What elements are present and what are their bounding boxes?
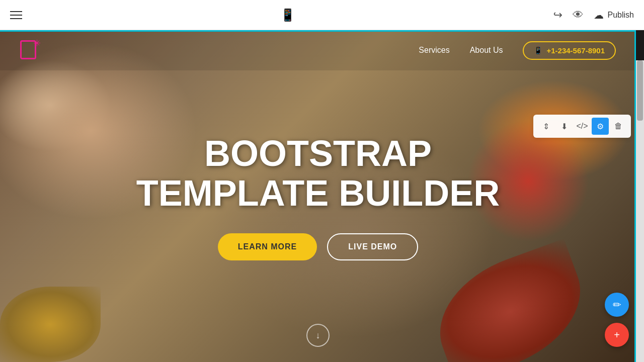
hero-title-line1: BOOTSTRAP xyxy=(204,133,432,173)
undo-icon[interactable]: ↩ xyxy=(553,9,562,22)
publish-label: Publish xyxy=(608,11,634,20)
toolbar-center: 📱 xyxy=(280,8,295,22)
download-icon: ⬇ xyxy=(561,122,568,131)
hamburger-menu[interactable] xyxy=(10,11,22,19)
hero-content: BOOTSTRAP TEMPLATE BUILDER LEARN MORE LI… xyxy=(0,70,636,324)
nav-phone-button[interactable]: 📱 +1-234-567-8901 xyxy=(523,41,616,60)
mobile-preview-icon[interactable]: 📱 xyxy=(280,8,295,22)
scrollbar-thumb[interactable] xyxy=(637,60,643,121)
learn-more-button[interactable]: LEARN MORE xyxy=(218,233,317,260)
fab-container: ✏ + xyxy=(605,293,629,347)
section-move-button[interactable]: ⇕ xyxy=(537,118,554,135)
scrollbar[interactable] xyxy=(636,60,644,362)
top-toolbar: 📱 ↩ 👁 ☁ Publish xyxy=(0,0,644,30)
fab-add-button[interactable]: + xyxy=(605,323,629,347)
logo-icon: ✳ xyxy=(20,40,45,60)
cloud-upload-icon: ☁ xyxy=(594,9,604,21)
canvas-border-top xyxy=(0,30,636,32)
section-code-button[interactable]: </> xyxy=(574,118,591,135)
settings-gear-icon: ⚙ xyxy=(597,122,604,131)
site-nav-links: Services About Us 📱 +1-234-567-8901 xyxy=(419,41,616,60)
site-preview: ✳ Services About Us 📱 +1-234-567-8901 BO xyxy=(0,30,636,362)
arrow-down-icon: ↓ xyxy=(316,330,320,341)
trash-icon: 🗑 xyxy=(614,122,622,131)
hero-buttons: LEARN MORE LIVE DEMO xyxy=(218,233,419,260)
hero-section: ✳ Services About Us 📱 +1-234-567-8901 BO xyxy=(0,30,636,362)
hero-title: BOOTSTRAP TEMPLATE BUILDER xyxy=(136,134,500,213)
code-icon: </> xyxy=(576,122,588,131)
scroll-down-button[interactable]: ↓ xyxy=(306,324,330,347)
logo-sun-icon: ✳ xyxy=(33,38,41,49)
scroll-down-area: ↓ xyxy=(0,324,636,362)
section-download-button[interactable]: ⬇ xyxy=(555,118,573,135)
section-settings-button[interactable]: ⚙ xyxy=(592,118,609,135)
section-toolbar: ⇕ ⬇ </> ⚙ 🗑 xyxy=(533,115,631,138)
toolbar-right: ↩ 👁 ☁ Publish xyxy=(553,9,634,22)
move-icon: ⇕ xyxy=(543,122,549,131)
nav-phone-number: +1-234-567-8901 xyxy=(546,46,605,55)
phone-icon: 📱 xyxy=(534,46,542,54)
canvas-border-right xyxy=(634,30,636,362)
section-delete-button[interactable]: 🗑 xyxy=(610,118,627,135)
hero-title-line2: TEMPLATE BUILDER xyxy=(136,173,500,213)
site-logo[interactable]: ✳ xyxy=(20,40,45,60)
pencil-icon: ✏ xyxy=(613,299,621,311)
publish-button[interactable]: ☁ Publish xyxy=(594,9,634,21)
nav-link-about[interactable]: About Us xyxy=(470,46,503,55)
toolbar-left xyxy=(10,11,22,19)
logo-box: ✳ xyxy=(20,40,36,59)
fab-edit-button[interactable]: ✏ xyxy=(605,293,629,317)
site-navbar: ✳ Services About Us 📱 +1-234-567-8901 xyxy=(0,30,636,70)
preview-eye-icon[interactable]: 👁 xyxy=(573,9,584,22)
nav-link-services[interactable]: Services xyxy=(419,46,449,55)
live-demo-button[interactable]: LIVE DEMO xyxy=(327,233,418,260)
canvas-area: ✳ Services About Us 📱 +1-234-567-8901 BO xyxy=(0,30,644,362)
plus-icon: + xyxy=(614,329,620,341)
